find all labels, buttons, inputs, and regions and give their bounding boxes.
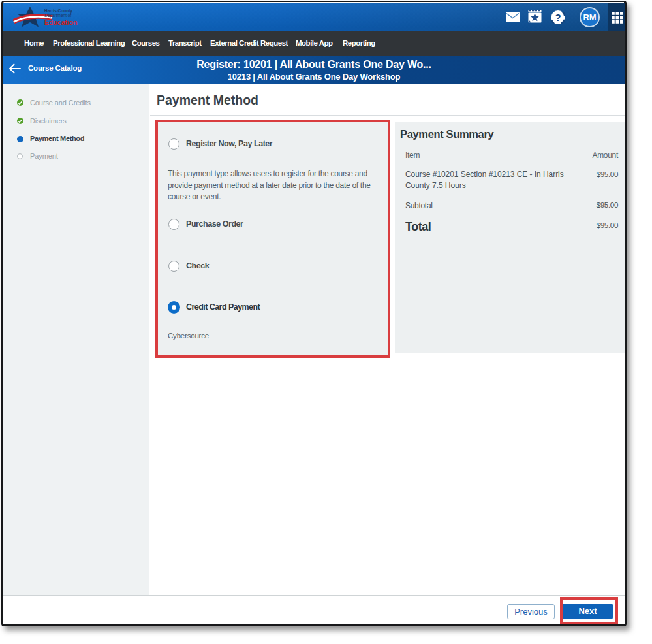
svg-text:?: ?: [555, 12, 561, 23]
svg-text:Education: Education: [44, 18, 78, 26]
svg-text:Department of: Department of: [44, 13, 71, 18]
